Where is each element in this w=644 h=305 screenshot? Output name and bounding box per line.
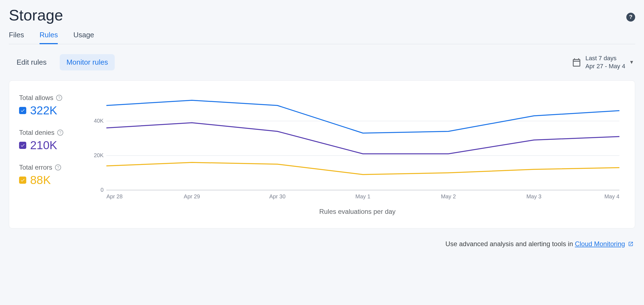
tab-rules[interactable]: Rules <box>40 31 58 44</box>
help-icon[interactable]: ? <box>55 164 61 170</box>
help-icon[interactable]: ? <box>57 130 63 136</box>
date-range-detail: Apr 27 - May 4 <box>585 62 625 70</box>
tab-files[interactable]: Files <box>9 31 24 44</box>
date-range-main: Last 7 days <box>585 54 625 62</box>
legend-item-denies: Total denies ? 210K <box>19 129 80 152</box>
page-title: Storage <box>9 6 63 24</box>
footer-text: Use advanced analysis and alerting tools… <box>446 240 575 248</box>
svg-text:20K: 20K <box>94 152 104 158</box>
legend-errors-checkbox[interactable] <box>19 177 26 184</box>
rules-chart-card: Total allows ? 322K Total denies ? <box>9 80 635 228</box>
svg-text:Apr 30: Apr 30 <box>269 193 286 199</box>
svg-text:May 2: May 2 <box>441 193 456 199</box>
svg-text:May 1: May 1 <box>355 193 370 199</box>
help-icon[interactable]: ? <box>56 95 62 101</box>
svg-text:0: 0 <box>101 187 104 193</box>
legend-item-allows: Total allows ? 322K <box>19 94 80 117</box>
legend-allows-value: 322K <box>30 104 57 117</box>
primary-tabs: Files Rules Usage <box>9 31 635 44</box>
legend-errors-value: 88K <box>30 173 51 187</box>
cloud-monitoring-link[interactable]: Cloud Monitoring <box>575 240 625 248</box>
external-link-icon <box>628 241 633 247</box>
date-range-picker[interactable]: Last 7 days Apr 27 - May 4 ▼ <box>572 54 634 70</box>
chart-legend: Total allows ? 322K Total denies ? <box>19 91 80 215</box>
legend-denies-value: 210K <box>30 139 57 152</box>
svg-text:May 3: May 3 <box>527 193 541 199</box>
subtab-edit-rules[interactable]: Edit rules <box>10 54 53 70</box>
legend-item-errors: Total errors ? 88K <box>19 164 80 187</box>
svg-text:Apr 29: Apr 29 <box>184 193 200 199</box>
svg-text:Apr 28: Apr 28 <box>106 193 123 199</box>
rules-subtabs: Edit rules Monitor rules <box>10 54 115 70</box>
line-chart: 020K40KApr 28Apr 29Apr 30May 1May 2May 3… <box>90 91 625 215</box>
calendar-icon <box>572 57 582 67</box>
legend-allows-checkbox[interactable] <box>19 107 26 114</box>
svg-text:40K: 40K <box>94 118 104 124</box>
help-icon[interactable]: ? <box>626 13 635 22</box>
cloud-monitoring-note: Use advanced analysis and alerting tools… <box>9 240 635 248</box>
chart-x-axis-label: Rules evaluations per day <box>90 208 625 215</box>
legend-allows-label: Total allows <box>19 94 53 102</box>
tab-usage[interactable]: Usage <box>73 31 94 44</box>
svg-text:May 4: May 4 <box>604 193 619 199</box>
legend-denies-label: Total denies <box>19 129 54 136</box>
legend-errors-label: Total errors <box>19 164 52 171</box>
subtab-monitor-rules[interactable]: Monitor rules <box>60 54 114 70</box>
chevron-down-icon: ▼ <box>629 59 634 65</box>
legend-denies-checkbox[interactable] <box>19 142 26 149</box>
